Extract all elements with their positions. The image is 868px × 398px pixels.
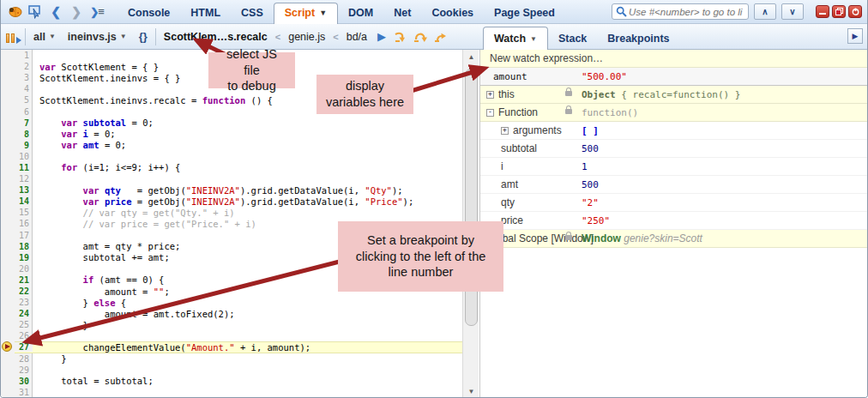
line-number[interactable]: 27 — [15, 342, 33, 352]
tab-console[interactable]: Console — [118, 3, 180, 24]
breakpoint-column[interactable] — [1, 353, 15, 365]
line-number[interactable]: 25 — [15, 320, 33, 329]
detach-button[interactable] — [832, 5, 846, 18]
line-number[interactable]: 8 — [15, 130, 33, 139]
watch-row-arguments[interactable]: +arguments[ ] — [480, 122, 868, 140]
variable-value[interactable]: 500 — [582, 143, 599, 154]
line-number[interactable]: 10 — [15, 152, 33, 161]
watch-row-this[interactable]: +thisObject { recalc=function() } — [480, 86, 868, 104]
expand-icon[interactable]: + — [486, 91, 494, 99]
panel-options-button[interactable]: ▶ — [847, 28, 863, 44]
breakpoint-column[interactable] — [1, 151, 15, 162]
script-file-dropdown[interactable]: ineinvs.js ▼ — [62, 24, 133, 49]
step-over-button[interactable] — [413, 31, 427, 43]
variable-value[interactable]: 500 — [582, 179, 599, 190]
line-number[interactable]: 3 — [15, 73, 33, 82]
breakpoint-column[interactable] — [1, 94, 15, 106]
line-number[interactable]: 20 — [15, 264, 33, 274]
line-number[interactable]: 16 — [15, 219, 33, 228]
breakpoint-column[interactable] — [1, 263, 15, 274]
forward-icon[interactable]: ❯ — [68, 3, 85, 21]
line-number[interactable]: 4 — [15, 84, 33, 93]
breakpoint-column[interactable] — [1, 118, 15, 129]
line-number[interactable]: 15 — [15, 208, 33, 217]
console-list-icon[interactable]: ❯≡ — [88, 3, 105, 21]
line-number[interactable]: 7 — [15, 118, 33, 128]
pretty-print-button[interactable]: {} — [133, 24, 154, 49]
watch-row-amt[interactable]: amt500 — [480, 176, 868, 194]
line-number[interactable]: 6 — [15, 107, 33, 117]
current-line-marker-icon[interactable] — [2, 341, 12, 352]
breakpoint-column[interactable] — [1, 50, 15, 61]
expand-icon[interactable]: + — [501, 127, 509, 135]
line-number[interactable]: 12 — [15, 174, 33, 184]
watch-row-i[interactable]: i1 — [480, 158, 868, 176]
tab-stack[interactable]: Stack — [548, 27, 597, 50]
variable-value[interactable]: Object { recalc=function() } — [582, 89, 740, 100]
breakpoint-column[interactable] — [1, 308, 15, 319]
watch-row-amount[interactable]: amount"500.00" — [480, 68, 868, 86]
watch-row-subtotal[interactable]: subtotal500 — [480, 140, 868, 158]
line-number[interactable]: 23 — [15, 298, 33, 307]
breakpoint-column[interactable] — [1, 319, 15, 330]
breakpoint-column[interactable] — [1, 376, 15, 387]
script-type-dropdown[interactable]: all ▼ — [27, 24, 62, 49]
line-number[interactable]: 17 — [15, 231, 33, 240]
tab-css[interactable]: CSS — [231, 3, 274, 24]
inspect-icon[interactable] — [27, 3, 44, 21]
search-prev-button[interactable]: ∧ — [754, 3, 776, 20]
search-box[interactable] — [612, 3, 749, 20]
variable-value[interactable]: 1 — [582, 161, 588, 172]
breakpoint-column[interactable] — [1, 286, 15, 297]
line-number[interactable]: 30 — [15, 377, 33, 386]
breakpoint-column[interactable] — [1, 252, 15, 263]
watch-row-global-scope-window[interactable]: Global Scope [Window]Window genie?skin=S… — [480, 230, 868, 248]
step-into-button[interactable] — [394, 31, 407, 43]
line-number[interactable]: 5 — [15, 95, 33, 105]
line-number[interactable]: 18 — [15, 242, 33, 251]
watch-row-new-watch-expression[interactable]: New watch expression… — [480, 50, 868, 68]
line-number[interactable]: 2 — [15, 62, 33, 71]
breakpoint-column[interactable] — [1, 196, 15, 207]
breakpoint-column[interactable] — [1, 162, 15, 173]
line-number[interactable]: 22 — [15, 286, 33, 296]
line-number[interactable]: 13 — [15, 185, 33, 195]
breakpoint-column[interactable] — [1, 83, 15, 94]
tab-watch[interactable]: Watch ▼ — [483, 27, 548, 50]
breadcrumb-item[interactable]: genie.js — [288, 31, 325, 43]
break-on-next-button[interactable] — [6, 30, 20, 43]
scroll-up-button[interactable]: ▲ — [464, 50, 479, 63]
breakpoint-column[interactable] — [1, 297, 15, 308]
breadcrumb-item[interactable]: ScottKlem…s.recalc — [164, 31, 268, 43]
breakpoint-column[interactable] — [1, 207, 15, 218]
tab-cookies[interactable]: Cookies — [421, 3, 484, 24]
minimize-button[interactable] — [816, 5, 829, 18]
breakpoint-column[interactable] — [1, 61, 15, 72]
breakpoint-column[interactable] — [1, 330, 15, 341]
collapse-icon[interactable]: - — [486, 109, 494, 117]
back-icon[interactable]: ❮ — [47, 3, 64, 21]
line-number[interactable]: 21 — [15, 275, 33, 285]
variable-value[interactable]: [ ] — [582, 125, 599, 136]
breakpoint-column[interactable] — [1, 341, 15, 353]
firebug-icon[interactable] — [6, 3, 23, 21]
line-number[interactable]: 11 — [15, 163, 33, 172]
variable-value[interactable]: "250" — [582, 215, 610, 226]
tab-script[interactable]: Script▼ — [274, 3, 338, 24]
close-power-button[interactable] — [848, 5, 862, 18]
tab-breakpoints[interactable]: Breakpoints — [597, 27, 679, 50]
variable-value[interactable]: "2" — [582, 197, 599, 208]
line-number[interactable]: 29 — [15, 365, 33, 375]
breakpoint-column[interactable] — [1, 72, 15, 83]
watch-row-function[interactable]: -Functionfunction() — [480, 104, 868, 122]
tab-html[interactable]: HTML — [180, 3, 231, 24]
line-number[interactable]: 24 — [15, 309, 33, 318]
breakpoint-column[interactable] — [1, 241, 15, 252]
line-number[interactable]: 1 — [15, 51, 33, 60]
breakpoint-column[interactable] — [1, 106, 15, 117]
continue-button[interactable]: ▶ — [377, 30, 386, 43]
breakpoint-column[interactable] — [1, 140, 15, 151]
line-number[interactable]: 28 — [15, 354, 33, 364]
line-number[interactable]: 26 — [15, 331, 33, 341]
variable-value[interactable]: "500.00" — [582, 71, 627, 82]
